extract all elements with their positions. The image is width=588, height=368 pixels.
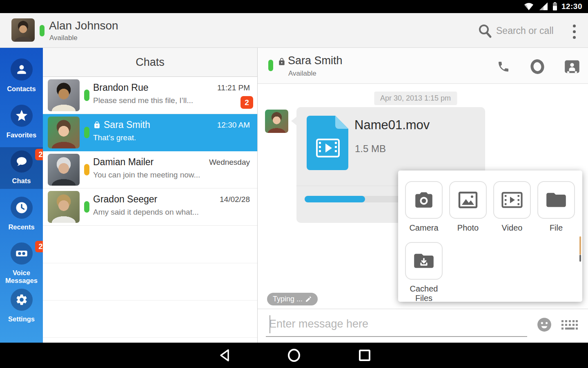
popup-scrollbar[interactable] — [579, 236, 581, 255]
attachment-popup: Camera Photo Video — [398, 171, 582, 302]
lock-icon — [93, 121, 101, 129]
battery-icon — [552, 2, 558, 11]
chat-time: 14/02/28 — [220, 195, 250, 204]
wifi-icon — [524, 2, 534, 11]
chat-name: Gradon Seeger — [93, 194, 157, 205]
presence-indicator — [84, 127, 89, 138]
voicemail-icon — [15, 247, 29, 260]
message-input[interactable] — [269, 314, 528, 334]
sidebar-label: Contacts — [0, 85, 43, 93]
photo-icon — [458, 191, 478, 209]
avatar-alan-johnson[interactable] — [11, 18, 35, 42]
nav-recents-button[interactable] — [357, 348, 372, 363]
sidebar-label: Recents — [0, 223, 43, 231]
conversation-contact-status: Available — [288, 70, 316, 78]
contact-card-icon — [564, 60, 580, 74]
search-label: Search or call — [496, 25, 554, 36]
attachment-option-label: Photo — [448, 223, 488, 233]
attachment-option-label: Cached Files — [404, 284, 443, 303]
avatar-gradon-seeger — [48, 191, 80, 223]
attachment-option-file[interactable]: File — [537, 181, 576, 233]
file-transfer-progress-fill — [305, 196, 365, 202]
presence-indicator — [268, 60, 273, 71]
sidebar-label: Chats — [0, 177, 43, 185]
folder-icon — [546, 191, 567, 209]
list-divider — [43, 263, 257, 263]
file-name: Name01.mov — [354, 118, 430, 132]
sidebar-item-voice-messages[interactable]: 2 Voice Messages — [0, 239, 43, 285]
popup-scrollbar-thumb[interactable] — [579, 255, 581, 262]
emoji-icon — [537, 317, 552, 332]
call-button[interactable] — [494, 58, 512, 75]
star-icon — [15, 109, 29, 123]
clock-icon — [15, 201, 29, 215]
presence-indicator — [84, 164, 89, 175]
phone-icon — [497, 60, 510, 73]
keyboard-icon — [561, 319, 578, 332]
chat-row-damian-mailer[interactable]: Damian Mailer You can join the meeting n… — [43, 151, 257, 188]
conversation-header: Sara Smith Available — [258, 48, 588, 84]
pencil-icon — [305, 296, 312, 303]
attachment-option-photo[interactable]: Photo — [448, 181, 488, 233]
list-divider — [43, 337, 257, 338]
presence-indicator — [40, 25, 45, 36]
current-user-name: Alan Johnson — [49, 19, 118, 32]
chat-preview: Amy said it depends on what... — [93, 208, 199, 217]
contact-card-button[interactable] — [563, 58, 581, 75]
conversation-contact-name: Sara Smith — [288, 54, 343, 67]
search-bar[interactable]: Search or call — [476, 22, 564, 40]
keyboard-button[interactable] — [561, 319, 579, 332]
sidebar-label: Voice Messages — [0, 269, 43, 285]
attachment-option-video[interactable]: Video — [492, 181, 532, 233]
avatar-sara-smith — [48, 117, 80, 148]
presence-indicator — [84, 90, 89, 101]
chat-list-panel: Chats Brandon Rue Please send me this fi… — [43, 48, 257, 343]
chat-time: Wednesday — [209, 158, 250, 167]
sidebar-item-chats[interactable]: 2 Chats — [0, 147, 43, 189]
emoji-button[interactable] — [537, 317, 552, 333]
video-icon — [501, 192, 523, 208]
nav-home-button[interactable] — [287, 348, 301, 363]
camera-icon — [414, 191, 434, 209]
chat-row-sara-smith[interactable]: Sara Smith That’s great. 12:30 AM — [43, 114, 257, 151]
avatar-sara-smith — [265, 110, 288, 133]
status-bar: 12:30 — [0, 0, 588, 13]
nav-back-button[interactable] — [217, 348, 232, 363]
status-time: 12:30 — [561, 2, 582, 11]
video-call-icon — [530, 58, 545, 75]
sidebar-label: Favorites — [0, 131, 43, 139]
attachment-option-cached-files[interactable]: Cached Files — [404, 242, 443, 303]
sidebar-label: Settings — [0, 315, 43, 323]
attachment-option-camera[interactable]: Camera — [404, 181, 443, 233]
person-icon — [15, 63, 28, 76]
home-icon — [287, 348, 301, 363]
android-nav-bar — [0, 343, 588, 368]
back-icon — [218, 348, 231, 362]
chat-bubble-icon — [15, 155, 28, 168]
chat-row-gradon-seeger[interactable]: Gradon Seeger Amy said it depends on wha… — [43, 188, 257, 226]
overflow-menu-icon[interactable] — [568, 23, 581, 41]
attachment-option-label: File — [537, 223, 576, 233]
search-icon — [477, 23, 493, 39]
chat-unread-badge: 2 — [241, 96, 253, 109]
presence-indicator — [84, 201, 89, 213]
sidebar-item-favorites[interactable]: Favorites — [0, 101, 43, 139]
avatar-damian-mailer — [48, 154, 80, 186]
file-size: 1.5 MB — [355, 143, 386, 155]
date-separator: Apr 30, 2013 1:15 pm — [374, 92, 457, 105]
sidebar-item-recents[interactable]: Recents — [0, 193, 43, 231]
sidebar-item-settings[interactable]: Settings — [0, 285, 43, 323]
attachment-option-label: Video — [492, 223, 532, 233]
sidebar-item-contacts[interactable]: Contacts — [0, 55, 43, 93]
app-header: Alan Johnson Available Search or call — [0, 13, 588, 48]
signal-icon — [539, 2, 548, 11]
current-user-status: Available — [49, 34, 78, 42]
lock-icon — [278, 57, 286, 66]
chat-name: Brandon Rue — [93, 82, 149, 93]
video-call-button[interactable] — [528, 58, 546, 75]
avatar-brandon-rue — [48, 79, 80, 111]
chat-row-brandon-rue[interactable]: Brandon Rue Please send me this file, I’… — [43, 77, 257, 114]
typing-indicator: Typing ... — [267, 293, 318, 305]
chat-preview: Please send me this file, I’ll... — [93, 96, 193, 105]
chat-name: Damian Mailer — [93, 157, 154, 168]
